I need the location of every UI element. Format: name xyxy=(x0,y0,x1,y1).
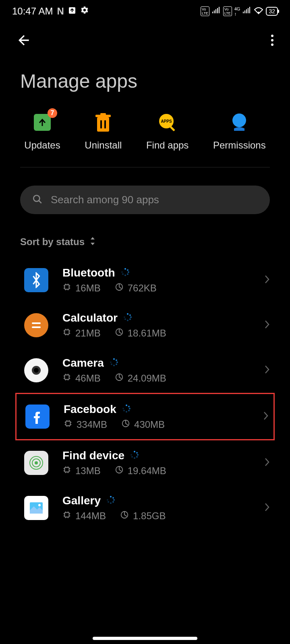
app-item-find-device[interactable]: Find device 13MB 19.64MB xyxy=(0,440,290,485)
svg-point-70 xyxy=(110,496,112,497)
action-label: Updates xyxy=(24,140,60,151)
chip-icon xyxy=(64,419,72,430)
svg-point-74 xyxy=(110,502,112,504)
svg-rect-45 xyxy=(65,375,69,380)
svg-point-15 xyxy=(33,195,39,201)
app-name: Bluetooth xyxy=(62,266,115,279)
sort-arrows-icon xyxy=(89,236,96,248)
data-icon xyxy=(115,373,124,384)
sort-button[interactable]: Sort by status xyxy=(0,226,290,258)
svg-point-21 xyxy=(122,273,124,275)
app-storage: 46MB xyxy=(75,373,101,384)
updates-icon: 7 xyxy=(32,112,52,132)
app-data: 19.64MB xyxy=(128,465,166,477)
svg-rect-54 xyxy=(66,421,70,426)
loading-icon xyxy=(123,312,132,324)
svg-point-42 xyxy=(113,365,115,366)
data-icon xyxy=(115,283,124,294)
svg-rect-26 xyxy=(32,326,41,328)
svg-point-43 xyxy=(111,363,112,365)
svg-point-50 xyxy=(128,410,130,411)
svg-point-41 xyxy=(116,363,117,365)
svg-point-3 xyxy=(271,39,273,41)
app-item-calculator[interactable]: Calculator 21MB 18.61MB xyxy=(0,303,290,348)
svg-point-29 xyxy=(130,316,132,318)
svg-point-48 xyxy=(128,406,130,407)
svg-point-28 xyxy=(129,314,131,316)
svg-point-19 xyxy=(127,273,128,275)
svg-rect-9 xyxy=(100,120,102,128)
action-row: 7 Updates Uninstall APPS Find apps Permi… xyxy=(0,112,290,167)
svg-point-27 xyxy=(127,313,128,315)
svg-point-73 xyxy=(112,501,114,503)
app-list: Bluetooth 16MB 762KB xyxy=(0,258,290,530)
svg-point-14 xyxy=(232,114,246,127)
app-item-gallery[interactable]: Gallery 144MB 1.85GB xyxy=(0,485,290,530)
svg-point-51 xyxy=(126,411,127,413)
loading-icon xyxy=(130,449,139,462)
data-icon xyxy=(115,328,124,339)
svg-rect-10 xyxy=(104,120,106,128)
status-time: 10:47 AM xyxy=(12,6,53,17)
data-icon xyxy=(121,419,130,430)
svg-point-37 xyxy=(34,368,39,373)
svg-rect-77 xyxy=(65,513,69,517)
search-icon xyxy=(32,194,43,206)
svg-point-58 xyxy=(35,461,38,464)
action-updates[interactable]: 7 Updates xyxy=(24,112,60,151)
action-uninstall[interactable]: Uninstall xyxy=(85,112,122,151)
back-button[interactable] xyxy=(16,32,32,50)
svg-point-33 xyxy=(124,316,125,318)
svg-point-4 xyxy=(271,43,273,46)
app-item-camera[interactable]: Camera 46MB 24.09MB xyxy=(0,348,290,393)
calculator-icon xyxy=(24,313,48,337)
svg-point-1 xyxy=(258,12,259,13)
search-input[interactable] xyxy=(51,194,258,206)
find-device-icon xyxy=(24,451,48,475)
chip-icon xyxy=(62,328,71,339)
chip-icon xyxy=(62,373,71,384)
svg-point-47 xyxy=(126,405,127,406)
permissions-icon xyxy=(229,112,249,132)
app-storage: 13MB xyxy=(75,465,101,477)
svg-point-60 xyxy=(136,452,138,454)
netflix-icon: N xyxy=(57,6,64,17)
svg-point-2 xyxy=(271,35,273,37)
svg-point-22 xyxy=(121,271,123,273)
action-find-apps[interactable]: APPS Find apps xyxy=(146,112,188,151)
chip-icon xyxy=(62,465,71,477)
svg-point-16 xyxy=(124,268,126,270)
svg-point-61 xyxy=(137,454,139,456)
svg-point-69 xyxy=(38,504,41,506)
app-storage: 334MB xyxy=(77,419,107,430)
svg-point-53 xyxy=(122,408,124,409)
home-indicator[interactable] xyxy=(93,637,197,640)
app-name: Find device xyxy=(62,449,124,462)
svg-rect-34 xyxy=(65,330,69,334)
svg-point-30 xyxy=(129,318,131,320)
chevron-right-icon xyxy=(264,502,270,514)
action-label: Permissions xyxy=(213,140,266,151)
svg-text:APPS: APPS xyxy=(161,119,172,124)
sort-label: Sort by status xyxy=(20,236,85,248)
gear-icon xyxy=(80,6,89,17)
network-4g-icon: 4G↕ xyxy=(234,6,240,16)
upload-icon xyxy=(68,6,76,17)
gallery-icon xyxy=(24,496,48,520)
search-bar[interactable] xyxy=(20,186,270,214)
app-data: 430MB xyxy=(134,419,165,430)
chevron-right-icon xyxy=(264,275,270,286)
app-item-bluetooth[interactable]: Bluetooth 16MB 762KB xyxy=(0,258,290,303)
app-name: Camera xyxy=(62,357,104,369)
svg-rect-6 xyxy=(97,117,109,132)
more-options-button[interactable] xyxy=(271,34,274,48)
app-data: 24.09MB xyxy=(128,373,166,384)
app-name: Calculator xyxy=(62,312,118,324)
app-item-facebook[interactable]: Facebook 334MB 430MB xyxy=(15,393,275,440)
svg-point-17 xyxy=(127,269,128,271)
volte-icon: VoLTE xyxy=(201,6,209,16)
chevron-right-icon xyxy=(263,411,269,422)
app-name: Facebook xyxy=(64,403,116,416)
action-permissions[interactable]: Permissions xyxy=(213,112,266,151)
loading-icon xyxy=(110,357,118,369)
